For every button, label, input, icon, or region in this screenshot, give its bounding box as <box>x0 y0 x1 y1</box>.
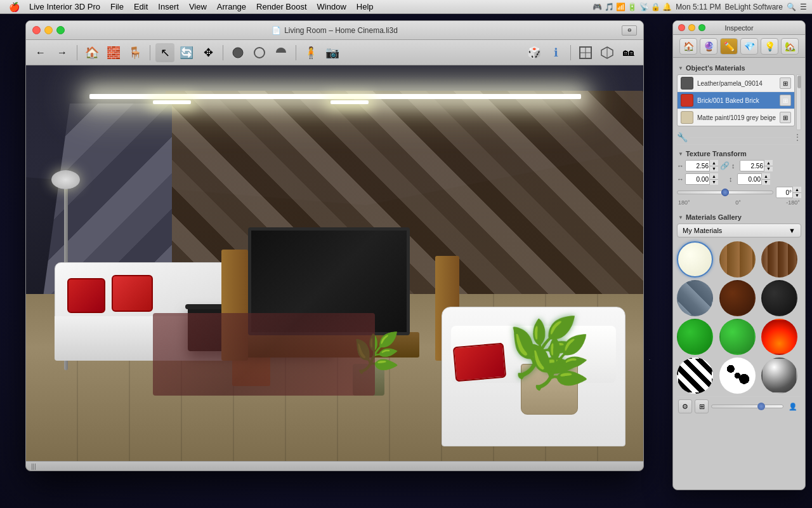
menu-help[interactable]: Help <box>352 1 378 13</box>
material-item-2[interactable]: Brick/001 Baked Brick ⊞ <box>678 92 794 109</box>
info-button[interactable]: ℹ <box>546 43 565 62</box>
h-offset-stepper: ▲ ▼ <box>709 173 718 185</box>
menu-file[interactable]: File <box>106 1 128 13</box>
toolbar-separator-2 <box>150 45 150 60</box>
v-offset-up-btn[interactable]: ▲ <box>761 173 770 180</box>
inspector-tab-gem[interactable]: 💎 <box>740 38 758 55</box>
menubar: 🍎 Live Interior 3D Pro File Edit Insert … <box>0 0 812 14</box>
inspector-tab-materials[interactable]: ✏️ <box>720 38 738 55</box>
swatch-ivory[interactable] <box>677 241 713 277</box>
v-scale-up-btn[interactable]: ▲ <box>764 160 773 166</box>
rotation-slider-track[interactable] <box>677 190 773 194</box>
apple-menu[interactable]: 🍎 <box>5 2 23 12</box>
swatch-chrome[interactable] <box>761 358 797 394</box>
circle-tool[interactable] <box>250 43 269 62</box>
inspector-tab-light[interactable]: 💡 <box>761 38 778 55</box>
gallery-info-btn[interactable]: 👤 <box>786 399 800 413</box>
floor-plan-button[interactable]: 🏠 <box>82 43 102 62</box>
2d-view-button[interactable] <box>576 43 595 62</box>
menu-window[interactable]: Window <box>313 1 351 13</box>
material-add-btn-2[interactable]: ⊞ <box>780 95 791 106</box>
inspector-tab-sphere[interactable]: 🔮 <box>700 38 717 55</box>
ceiling-light-3 <box>331 100 369 104</box>
render-button[interactable]: 🎲 <box>525 43 544 62</box>
menu-render[interactable]: Render Boost <box>252 1 311 13</box>
svg-point-0 <box>233 48 243 58</box>
camera-tool[interactable]: 📷 <box>323 43 342 62</box>
inspector-traffic-lights <box>678 24 705 31</box>
wall-button[interactable]: 🧱 <box>104 43 123 62</box>
material-item-3[interactable]: Matte paint/1019 grey beige ⊞ <box>678 109 794 126</box>
material-item-1[interactable]: Leather/pamela_09014 ⊞ <box>678 75 794 92</box>
swatch-green2[interactable] <box>719 319 756 355</box>
menu-app[interactable]: Live Interior 3D Pro <box>25 1 105 13</box>
window-resize-btn[interactable]: ⊖ <box>622 25 637 36</box>
maximize-button[interactable] <box>56 26 65 34</box>
pillow-1 <box>67 278 105 313</box>
swatch-wood2[interactable] <box>761 241 797 277</box>
swatch-metal[interactable] <box>677 280 713 316</box>
inspector-close-button[interactable] <box>678 24 685 31</box>
nav-forward-button[interactable]: → <box>53 43 72 62</box>
rotation-down-btn[interactable]: ▼ <box>792 193 801 199</box>
gallery-settings-btn[interactable]: ⚙ <box>678 399 692 413</box>
material-add-btn-3[interactable]: ⊞ <box>780 112 791 123</box>
furniture-button[interactable]: 🪑 <box>126 43 145 62</box>
scene: 🌿 🌿 🌿 <box>26 65 644 471</box>
swatch-spots[interactable] <box>719 358 756 394</box>
menu-view[interactable]: View <box>185 1 211 13</box>
wrench-icon[interactable]: 🔧 <box>677 132 688 142</box>
materials-scroll-thumb <box>797 76 801 88</box>
inspector-titlebar: Inspector <box>673 21 805 35</box>
gallery-dropdown-label: My Materials <box>683 227 722 234</box>
nav-back-button[interactable]: ← <box>31 43 50 62</box>
inspector-tab-home[interactable]: 🏠 <box>679 38 697 55</box>
gallery-size-slider-track[interactable] <box>711 404 783 408</box>
materials-scrollbar[interactable] <box>796 74 801 130</box>
search-icon[interactable]: 🔍 <box>787 3 796 11</box>
h-offset-up-btn[interactable]: ▲ <box>709 173 718 180</box>
gallery-size-slider-thumb[interactable] <box>757 403 765 410</box>
close-button[interactable] <box>32 26 41 34</box>
menu-insert[interactable]: Insert <box>154 1 183 13</box>
v-offset-down-btn[interactable]: ▼ <box>761 180 770 185</box>
swatch-wood1[interactable] <box>719 241 756 277</box>
materials-list-container: Leather/pamela_09014 ⊞ Brick/001 Baked B… <box>677 74 801 130</box>
ceiling-light <box>89 94 581 99</box>
sphere-tool[interactable] <box>228 43 247 62</box>
inspector-tab-house[interactable]: 🏡 <box>781 38 799 55</box>
menu-dots[interactable]: ⋮ <box>794 133 801 142</box>
h-scale-icon: ↔ <box>677 162 683 170</box>
v-scale-down-btn[interactable]: ▼ <box>764 166 773 172</box>
select-tool[interactable]: ↖ <box>155 43 174 62</box>
swatch-zebra[interactable] <box>677 358 713 394</box>
exterior-view-button[interactable]: 🏘 <box>619 43 638 62</box>
menu-icon[interactable]: ☰ <box>800 3 807 11</box>
materials-gallery-header: Materials Gallery <box>677 211 801 224</box>
rotation-slider-thumb[interactable] <box>721 189 729 196</box>
link-icon[interactable]: 🔗 <box>720 161 730 170</box>
gallery-grid-btn[interactable]: ⊞ <box>695 399 709 413</box>
orbit-tool[interactable]: 🔄 <box>177 43 196 62</box>
window-titlebar: 📄 Living Room – Home Cinema.li3d ⊖ <box>26 21 643 40</box>
h-scale-down-btn[interactable]: ▼ <box>709 166 718 172</box>
gallery-dropdown[interactable]: My Materials ▼ <box>677 224 801 237</box>
swatch-black[interactable] <box>761 280 797 316</box>
menu-arrange[interactable]: Arrange <box>213 1 251 13</box>
pan-tool[interactable]: ✥ <box>199 43 218 62</box>
swatch-brown[interactable] <box>719 280 756 316</box>
inspector-minimize-button[interactable] <box>688 24 695 31</box>
inspector-panel: Inspector 🏠 🔮 ✏️ 💎 💡 🏡 Object's Material… <box>672 20 806 490</box>
inspector-maximize-button[interactable] <box>698 24 705 31</box>
minimize-button[interactable] <box>44 26 53 34</box>
swatch-green[interactable] <box>677 319 713 355</box>
material-add-btn-1[interactable]: ⊞ <box>780 77 791 89</box>
menu-edit[interactable]: Edit <box>129 1 152 13</box>
half-circle-tool[interactable] <box>272 43 291 62</box>
h-offset-down-btn[interactable]: ▼ <box>709 180 718 185</box>
h-scale-up-btn[interactable]: ▲ <box>709 160 718 166</box>
figure-tool[interactable]: 🧍 <box>301 43 320 62</box>
3d-view-button[interactable] <box>598 43 617 62</box>
swatch-fire[interactable] <box>761 319 797 355</box>
rotation-up-btn[interactable]: ▲ <box>792 187 801 193</box>
